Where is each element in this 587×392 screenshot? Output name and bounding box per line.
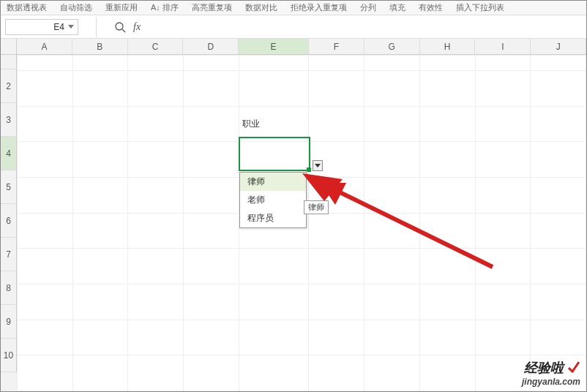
formula-bar-icons: fx xyxy=(114,21,141,33)
ribbon-item[interactable]: 插入下拉列表 xyxy=(456,2,504,13)
column-header-a[interactable]: A xyxy=(17,39,72,54)
row-header-2[interactable]: 2 xyxy=(1,69,17,103)
row-header-3[interactable]: 3 xyxy=(1,103,17,137)
fx-icon[interactable]: fx xyxy=(133,21,141,33)
watermark: 经验啦 jingyanla.com xyxy=(522,359,580,387)
column-headers: A B C D E F G H I J xyxy=(17,39,586,55)
ribbon-item[interactable]: 高亮重复项 xyxy=(192,2,232,13)
tooltip-text: 律师 xyxy=(308,203,324,211)
svg-line-1 xyxy=(122,29,125,32)
row-header-6[interactable]: 6 xyxy=(1,204,17,238)
validation-dropdown[interactable]: 律师 老师 程序员 xyxy=(239,172,307,228)
ribbon-item[interactable]: 数据对比 xyxy=(245,2,277,13)
watermark-en: jingyanla.com xyxy=(522,377,580,387)
row-header-8[interactable]: 8 xyxy=(1,271,17,305)
formula-input[interactable] xyxy=(145,19,586,35)
row-header[interactable] xyxy=(1,55,17,69)
column-header-f[interactable]: F xyxy=(309,39,364,54)
ribbon-item[interactable]: 重新应用 xyxy=(105,2,138,13)
dropdown-option[interactable]: 程序员 xyxy=(240,209,306,227)
column-header-c[interactable]: C xyxy=(128,39,184,54)
column-header-i[interactable]: I xyxy=(475,39,531,54)
column-header-d[interactable]: D xyxy=(183,39,239,54)
grid-area[interactable]: 职业 律师 老师 程序员 律师 xyxy=(17,55,586,391)
svg-point-0 xyxy=(116,23,123,30)
tooltip: 律师 xyxy=(304,200,329,214)
row-header-10[interactable]: 10 xyxy=(1,339,17,372)
ribbon-item[interactable]: A↓ 排序 xyxy=(151,2,179,13)
watermark-cn: 经验啦 xyxy=(524,361,564,375)
ribbon-item[interactable]: 自动筛选 xyxy=(60,2,92,13)
row-header-5[interactable]: 5 xyxy=(1,170,17,204)
magnifier-icon[interactable] xyxy=(114,21,126,33)
chevron-down-icon[interactable] xyxy=(67,23,75,31)
column-header-b[interactable]: B xyxy=(72,39,128,54)
name-box[interactable]: E4 xyxy=(5,19,78,35)
separator xyxy=(96,17,97,37)
row-headers: 2 3 4 5 6 7 8 9 10 xyxy=(1,55,17,391)
ribbon-item[interactable]: 拒绝录入重复项 xyxy=(291,2,347,13)
row-header-9[interactable]: 9 xyxy=(1,305,17,339)
cell-e3[interactable]: 职业 xyxy=(239,106,309,142)
name-box-value: E4 xyxy=(53,22,64,32)
formula-bar-row: E4 fx xyxy=(1,15,586,39)
dropdown-option[interactable]: 老师 xyxy=(240,191,306,209)
app-window: 数据透视表 自动筛选 重新应用 A↓ 排序 高亮重复项 数据对比 拒绝录入重复项… xyxy=(0,0,587,392)
row-header-4[interactable]: 4 xyxy=(1,137,17,170)
ribbon-item[interactable]: 数据透视表 xyxy=(7,2,47,13)
ribbon-item[interactable]: 分列 xyxy=(360,2,376,13)
dropdown-option[interactable]: 律师 xyxy=(240,173,306,191)
ribbon-item[interactable]: 有效性 xyxy=(419,2,443,13)
ribbon-item[interactable]: 填充 xyxy=(389,2,405,13)
select-all-corner[interactable] xyxy=(1,39,17,55)
ribbon-bar: 数据透视表 自动筛选 重新应用 A↓ 排序 高亮重复项 数据对比 拒绝录入重复项… xyxy=(1,1,586,15)
row-header-7[interactable]: 7 xyxy=(1,238,17,271)
cell-dropdown-button[interactable] xyxy=(313,160,323,171)
column-header-h[interactable]: H xyxy=(420,39,476,54)
column-header-g[interactable]: G xyxy=(364,39,420,54)
column-header-j[interactable]: J xyxy=(531,39,586,54)
checkmark-icon xyxy=(567,361,580,374)
column-header-e[interactable]: E xyxy=(239,39,309,54)
